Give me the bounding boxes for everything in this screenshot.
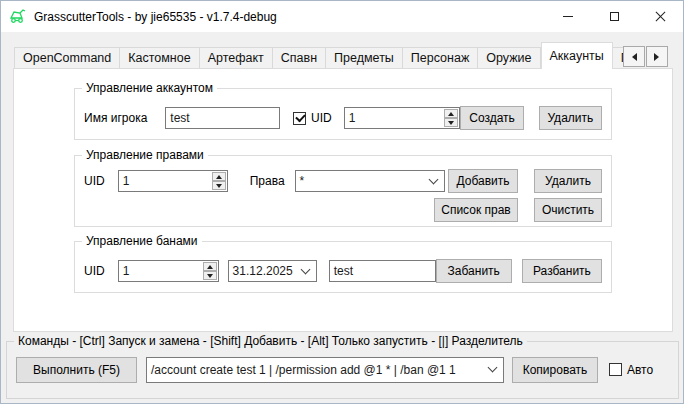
accounts-tab-panel: Управление аккаунтом Имя игрока test UID… — [13, 68, 673, 332]
player-name-value: test — [170, 111, 189, 125]
perm-label: Права — [250, 174, 285, 188]
tab-artifact[interactable]: Артефакт — [200, 47, 273, 69]
arrow-left-icon — [628, 53, 637, 61]
run-command-button[interactable]: Выполнить (F5) — [16, 357, 137, 383]
chevron-down-icon — [488, 363, 498, 373]
chevron-down-icon — [300, 264, 310, 274]
perm-uid-value: 1 — [119, 171, 211, 191]
title-bar: GrasscutterTools - by jie65535 - v1.7.4-… — [1, 1, 683, 32]
ban-uid-label: UID — [84, 264, 105, 278]
delete-account-button[interactable]: Удалить — [539, 106, 602, 130]
spin-up-icon — [448, 109, 454, 116]
ban-date-value: 31.12.2025 — [229, 264, 299, 278]
perm-uid-spinner[interactable]: 1 — [118, 170, 228, 192]
tab-spawn[interactable]: Спавн — [273, 47, 326, 69]
grasscutter-app-icon — [9, 8, 27, 25]
tab-character[interactable]: Персонаж — [403, 47, 478, 69]
ban-reason-value: test — [334, 264, 353, 278]
spin-down-icon — [216, 184, 222, 191]
tab-custom[interactable]: Кастомное — [120, 47, 199, 69]
app-window: GrasscutterTools - by jie65535 - v1.7.4-… — [0, 0, 684, 404]
copy-command-button[interactable]: Копировать — [512, 357, 598, 383]
permission-value: * — [296, 174, 427, 188]
remove-permission-button[interactable]: Удалить — [534, 169, 602, 193]
tab-accounts[interactable]: Аккаунты — [541, 42, 613, 69]
auto-checkbox-label: Авто — [627, 363, 653, 377]
group-title: Управление правами — [82, 148, 208, 163]
add-permission-button[interactable]: Добавить — [448, 169, 518, 193]
maximize-icon — [610, 12, 619, 21]
account-management-group: Управление аккаунтом Имя игрока test UID… — [74, 88, 612, 140]
clear-permissions-button[interactable]: Очистить — [534, 198, 602, 222]
close-button[interactable] — [637, 1, 683, 32]
arrow-right-icon — [654, 53, 663, 61]
command-group: Команды - [Ctrl] Запуск и замена - [Shif… — [6, 341, 679, 399]
group-title: Управление аккаунтом — [82, 81, 217, 96]
tab-opencommand[interactable]: OpenCommand — [14, 47, 120, 69]
unban-button[interactable]: Разбанить — [522, 259, 602, 283]
ban-date-picker[interactable]: 31.12.2025 — [228, 260, 317, 282]
perm-uid-label: UID — [84, 174, 105, 188]
chevron-down-icon — [428, 174, 438, 184]
spin-up-icon — [207, 262, 213, 269]
spin-up-icon — [216, 172, 222, 179]
tab-weapon[interactable]: Оружие — [478, 47, 540, 69]
spinner-buttons — [202, 261, 218, 281]
spin-up-button[interactable] — [203, 262, 217, 271]
maximize-button[interactable] — [591, 1, 637, 32]
spin-down-button[interactable] — [444, 118, 458, 127]
close-icon — [655, 11, 666, 22]
command-combobox[interactable]: /account create test 1 | /permission add… — [146, 357, 504, 383]
spin-up-button[interactable] — [444, 109, 458, 118]
spinner-buttons — [443, 108, 459, 128]
spin-up-button[interactable] — [212, 172, 226, 181]
ban-reason-input[interactable]: test — [329, 260, 436, 282]
window-controls — [545, 1, 683, 32]
group-title: Управление банами — [82, 234, 202, 249]
command-value: /account create test 1 | /permission add… — [147, 363, 486, 377]
auto-checkbox[interactable] — [609, 363, 622, 376]
uid-checkbox-label: UID — [311, 111, 332, 125]
permission-combobox[interactable]: * — [295, 170, 445, 192]
spin-down-button[interactable] — [203, 271, 217, 280]
account-uid-spinner[interactable]: 1 — [344, 107, 461, 129]
minimize-icon — [563, 16, 573, 17]
create-account-button[interactable]: Создать — [460, 106, 523, 130]
tab-strip: OpenCommand Кастомное Артефакт Спавн Пре… — [14, 42, 623, 69]
minimize-button[interactable] — [545, 1, 591, 32]
spinner-buttons — [211, 171, 227, 191]
tab-items[interactable]: Предметы — [326, 47, 403, 69]
player-name-input[interactable]: test — [165, 107, 280, 129]
tab-scroll-right-button[interactable] — [646, 46, 668, 67]
ban-uid-spinner[interactable]: 1 — [118, 260, 219, 282]
tab-mail[interactable]: Почта — [613, 47, 623, 69]
ban-uid-value: 1 — [119, 261, 202, 281]
uid-checkbox[interactable] — [293, 112, 306, 125]
command-group-title: Команды - [Ctrl] Запуск и замена - [Shif… — [14, 334, 527, 349]
ban-management-group: Управление банами UID 1 31.12.2025 test — [74, 241, 612, 293]
player-name-label: Имя игрока — [84, 111, 147, 125]
spin-down-icon — [207, 274, 213, 281]
permission-management-group: Управление правами UID 1 Права * Добавит… — [74, 155, 612, 227]
tab-scroll-left-button[interactable] — [623, 46, 645, 67]
account-uid-value: 1 — [345, 108, 444, 128]
ban-button[interactable]: Забанить — [436, 259, 512, 283]
spin-down-icon — [448, 121, 454, 128]
spin-down-button[interactable] — [212, 181, 226, 190]
window-title: GrasscutterTools - by jie65535 - v1.7.4-… — [34, 10, 277, 24]
permission-list-button[interactable]: Список прав — [434, 198, 518, 222]
